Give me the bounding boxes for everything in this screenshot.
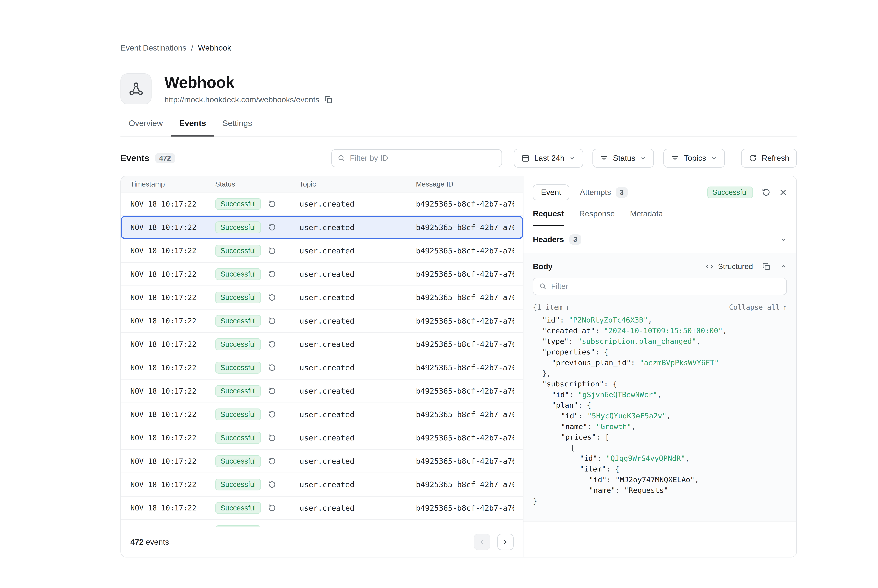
row-status-badge: Successful [215, 385, 261, 397]
retry-icon[interactable] [268, 504, 276, 512]
json-line: "prices": [ [523, 432, 796, 442]
retry-icon[interactable] [268, 270, 276, 278]
topics-filter-button[interactable]: Topics [663, 149, 725, 168]
row-topic: user.created [299, 457, 416, 465]
json-line: "name": "Requests" [523, 485, 796, 496]
row-topic: user.created [299, 246, 416, 255]
json-line: "id": "5HycQYuqK3eF5a2v", [523, 411, 796, 421]
close-panel-button[interactable] [779, 189, 787, 196]
col-timestamp: Timestamp [131, 180, 215, 188]
time-range-button[interactable]: Last 24h [514, 149, 583, 168]
tab-response[interactable]: Response [579, 209, 615, 226]
body-filter-search[interactable] [533, 278, 787, 295]
table-row[interactable]: NOV 18 10:17:22Successfuluser.createdb49… [121, 473, 523, 496]
table-row[interactable]: NOV 18 10:17:22Successfuluser.createdb49… [121, 216, 523, 239]
attempts-label: Attempts [580, 188, 611, 197]
row-topic: user.created [299, 363, 416, 372]
retry-event-button[interactable] [762, 188, 771, 197]
row-topic: user.created [299, 480, 416, 489]
copy-icon [325, 96, 333, 104]
row-timestamp: NOV 18 10:17:22 [131, 410, 215, 418]
retry-icon[interactable] [268, 364, 276, 372]
retry-icon[interactable] [268, 293, 276, 302]
status-filter-label: Status [613, 153, 636, 163]
row-message-id: b4925365-b8cf-42b7-a76… [416, 504, 513, 512]
tab-overview[interactable]: Overview [120, 118, 171, 136]
refresh-button[interactable]: Refresh [741, 149, 797, 168]
copy-body-button[interactable] [762, 262, 771, 271]
table-row[interactable]: NOV 18 10:17:22Successfuluser.createdb49… [121, 309, 523, 333]
retry-icon[interactable] [268, 434, 276, 442]
collapse-body-button[interactable] [780, 263, 787, 270]
row-message-id: b4925365-b8cf-42b7-a76… [416, 200, 513, 208]
row-timestamp: NOV 18 10:17:22 [131, 457, 215, 465]
structured-toggle[interactable]: Structured [705, 262, 753, 271]
json-line: "created_at": "2024-10-10T09:15:50+00:00… [523, 326, 796, 336]
table-row[interactable]: NOV 18 10:17:22Successfuluser.createdb49… [121, 520, 523, 526]
topics-filter-label: Topics [684, 153, 706, 163]
retry-icon[interactable] [268, 340, 276, 348]
json-line: "properties": { [523, 347, 796, 357]
headers-count-badge: 3 [569, 234, 582, 244]
row-topic: user.created [299, 434, 416, 442]
copy-url-button[interactable] [325, 96, 333, 104]
table-row[interactable]: NOV 18 10:17:22Successfuluser.createdb49… [121, 286, 523, 309]
prev-page-button[interactable] [474, 534, 490, 550]
collapse-all-button[interactable]: Collapse all↑ [729, 303, 787, 311]
code-icon [705, 262, 714, 271]
events-total-count: 472 [131, 537, 144, 546]
event-status-badge: Successful [707, 186, 753, 198]
tab-request[interactable]: Request [533, 209, 564, 226]
retry-icon[interactable] [268, 457, 276, 465]
table-row[interactable]: NOV 18 10:17:22Successfuluser.createdb49… [121, 450, 523, 473]
table-row[interactable]: NOV 18 10:17:22Successfuluser.createdb49… [121, 262, 523, 286]
events-table: Timestamp Status Topic Message ID NOV 18… [121, 176, 523, 557]
item-count-label[interactable]: {1 item↑ [533, 303, 570, 311]
headers-section[interactable]: Headers 3 [523, 226, 796, 253]
retry-icon[interactable] [268, 317, 276, 325]
retry-icon[interactable] [268, 410, 276, 418]
row-topic: user.created [299, 387, 416, 395]
table-row[interactable]: NOV 18 10:17:22Successfuluser.createdb49… [121, 403, 523, 426]
retry-icon[interactable] [268, 247, 276, 255]
row-topic: user.created [299, 340, 416, 349]
tab-settings[interactable]: Settings [214, 118, 260, 136]
table-row[interactable]: NOV 18 10:17:22Successfuluser.createdb49… [121, 426, 523, 450]
table-row[interactable]: NOV 18 10:17:22Successfuluser.createdb49… [121, 239, 523, 262]
row-topic: user.created [299, 223, 416, 232]
detail-sub-tabs: Request Response Metadata [533, 209, 787, 226]
retry-icon[interactable] [268, 480, 276, 489]
body-filter-input[interactable] [551, 282, 781, 291]
breadcrumb-link-event-destinations[interactable]: Event Destinations [120, 44, 186, 52]
table-row[interactable]: NOV 18 10:17:22Successfuluser.createdb49… [121, 380, 523, 403]
tab-metadata[interactable]: Metadata [630, 209, 663, 226]
row-message-id: b4925365-b8cf-42b7-a76… [416, 410, 513, 419]
table-row[interactable]: NOV 18 10:17:22Successfuluser.createdb49… [121, 192, 523, 216]
filter-by-id-search[interactable] [331, 149, 502, 167]
table-row[interactable]: NOV 18 10:17:22Successfuluser.createdb49… [121, 356, 523, 380]
retry-icon[interactable] [268, 387, 276, 395]
search-input[interactable] [350, 153, 496, 163]
up-arrow-icon: ↑ [565, 303, 570, 311]
json-line: "id": "gSjvn6eQTBewNWcr", [523, 389, 796, 400]
table-row[interactable]: NOV 18 10:17:22Successfuluser.createdb49… [121, 333, 523, 356]
next-page-button[interactable] [497, 534, 514, 550]
webhook-url: http://mock.hookdeck.com/webhooks/events [164, 95, 319, 104]
row-status-badge: Successful [215, 455, 261, 467]
json-line: "subscription": { [523, 379, 796, 389]
row-timestamp: NOV 18 10:17:22 [131, 363, 215, 372]
retry-icon[interactable] [268, 200, 276, 208]
status-filter-button[interactable]: Status [592, 149, 654, 168]
retry-icon [762, 188, 771, 197]
json-line: } [523, 496, 796, 506]
tab-events[interactable]: Events [171, 118, 214, 136]
row-topic: user.created [299, 410, 416, 419]
retry-icon[interactable] [268, 223, 276, 231]
attempts-tab[interactable]: Attempts 3 [580, 187, 628, 197]
detail-filler [523, 521, 796, 557]
row-topic: user.created [299, 504, 416, 512]
col-message-id: Message ID [416, 180, 513, 188]
table-row[interactable]: NOV 18 10:17:22Successfuluser.createdb49… [121, 496, 523, 520]
row-status-badge: Successful [215, 362, 261, 374]
event-tab[interactable]: Event [533, 184, 569, 200]
